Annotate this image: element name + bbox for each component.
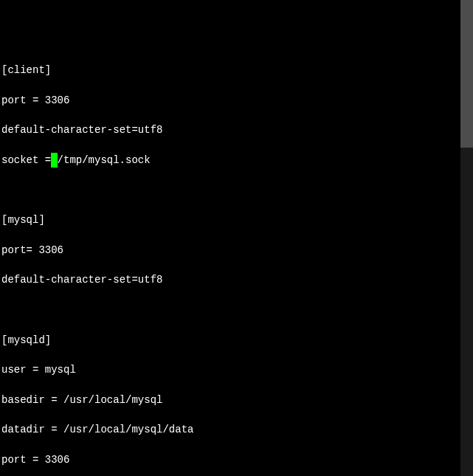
scrollbar-thumb[interactable]	[460, 0, 473, 148]
blank-line	[1, 183, 473, 198]
config-line-user: user = mysql	[1, 362, 473, 377]
text-before-cursor: socket =	[1, 154, 51, 166]
config-line-charset: default-character-set=utf8	[1, 123, 473, 137]
config-line-client-section: [client]	[1, 63, 473, 77]
config-line-datadir: datadir = /usr/local/mysql/data	[1, 422, 473, 437]
text-after-cursor: /tmp/mysql.sock	[58, 154, 151, 166]
config-line-mysql-section: [mysql]	[1, 213, 473, 227]
cursor-icon	[51, 153, 57, 168]
config-line-port: port = 3306	[1, 452, 473, 467]
config-line-mysqld-section: [mysqld]	[1, 333, 473, 348]
config-line-socket-cursor: socket = /tmp/mysql.sock	[1, 153, 473, 168]
config-line-charset: default-character-set=utf8	[1, 272, 473, 287]
config-line-port: port = 3306	[1, 93, 473, 108]
blank-line	[1, 303, 473, 317]
scrollbar-track[interactable]	[460, 0, 473, 476]
config-line-port: port= 3306	[1, 243, 473, 258]
config-line-basedir: basedir = /usr/local/mysql	[1, 393, 473, 407]
